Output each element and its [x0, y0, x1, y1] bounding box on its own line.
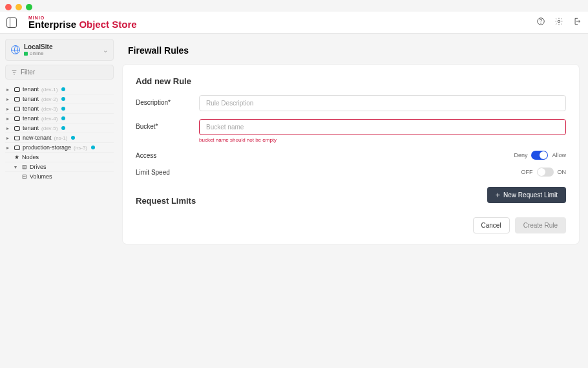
tree-tenant-0[interactable]: ▸tenant(dev-1)	[5, 85, 114, 94]
tree-tenant-1[interactable]: ▸tenant(dev-2)	[5, 94, 114, 104]
create-rule-button[interactable]: Create Rule	[515, 217, 566, 233]
plus-icon: +	[496, 192, 500, 199]
globe-icon	[11, 45, 20, 54]
tree: ▸tenant(dev-1) ▸tenant(dev-2) ▸tenant(de…	[5, 85, 114, 181]
tree-tenant-3[interactable]: ▸tenant(dev-4)	[5, 114, 114, 124]
tree-volumes[interactable]: ⊟Volumes	[5, 172, 114, 181]
access-allow-label: Allow	[552, 152, 566, 158]
topbar: MINIO Enterprise Object Store	[0, 12, 588, 34]
filter-input[interactable]	[21, 69, 108, 76]
limit-toggle[interactable]	[537, 168, 554, 177]
tree-tenant-6[interactable]: ▸production-storage(ns-3)	[5, 143, 114, 153]
main: Firewall Rules Add new Rule Description*…	[123, 39, 579, 244]
access-deny-label: Deny	[514, 152, 527, 158]
tree-tenant-4[interactable]: ▸tenant(dev-5)	[5, 124, 114, 133]
chevron-down-icon: ⌄	[103, 47, 108, 54]
row-description: Description*	[136, 95, 566, 111]
tree-tenant-5[interactable]: ▸new-tenant(ns-1)	[5, 133, 114, 143]
tree-nodes[interactable]: ★Nodes	[5, 153, 114, 162]
star-icon: ★	[14, 154, 19, 160]
brand-big: Enterprise Object Store	[28, 19, 137, 30]
db-icon	[14, 97, 20, 102]
filter-icon	[11, 69, 17, 76]
form-heading: Add new Rule	[136, 76, 566, 86]
bucket-label: Bucket*	[136, 119, 199, 130]
row-bucket: Bucket* bucket name should not be empty	[136, 119, 566, 143]
description-input[interactable]	[199, 95, 566, 111]
drive-icon: ⊟	[22, 164, 27, 170]
db-icon	[14, 87, 20, 92]
page-title: Firewall Rules	[128, 45, 579, 56]
row-access: Access Deny Allow	[136, 151, 566, 160]
gear-icon[interactable]	[554, 17, 563, 28]
sidebar-toggle-icon[interactable]	[6, 17, 17, 28]
site-status: online	[24, 50, 99, 56]
bucket-input[interactable]	[199, 119, 566, 135]
sidebar: LocalSite online ⌄ ▸tenant(dev-1) ▸tenan…	[5, 39, 114, 181]
limit-off-label: OFF	[521, 169, 533, 175]
db-icon	[14, 136, 20, 140]
filter-box[interactable]	[5, 65, 114, 80]
site-selector[interactable]: LocalSite online ⌄	[5, 39, 114, 61]
row-limit: Limit Speed OFF ON	[136, 168, 566, 177]
form-actions: Cancel Create Rule	[136, 217, 566, 233]
db-icon	[14, 107, 20, 111]
limit-label: Limit Speed	[136, 169, 199, 176]
rule-card: Add new Rule Description* Bucket* bucket…	[123, 65, 579, 244]
window-traffic-lights	[5, 4, 32, 10]
help-icon[interactable]	[536, 17, 545, 28]
cancel-button[interactable]: Cancel	[473, 217, 510, 233]
access-label: Access	[136, 152, 199, 159]
volume-icon: ⊟	[22, 173, 27, 180]
svg-point-1	[541, 23, 541, 24]
db-icon	[14, 126, 20, 131]
tree-drives[interactable]: ▾⊟Drives	[5, 162, 114, 172]
row-request-limits: Request Limits + New Request Limit	[136, 184, 566, 206]
description-label: Description*	[136, 95, 199, 106]
svg-point-2	[558, 20, 560, 23]
limit-on-label: ON	[558, 169, 567, 175]
logout-icon[interactable]	[572, 17, 582, 28]
db-icon	[14, 146, 20, 150]
site-name: LocalSite	[24, 43, 99, 50]
db-icon	[14, 116, 20, 121]
access-toggle[interactable]	[531, 151, 548, 160]
tree-tenant-2[interactable]: ▸tenant(dev-3)	[5, 104, 114, 114]
bucket-error: bucket name should not be empty	[199, 137, 566, 143]
new-request-limit-button[interactable]: + New Request Limit	[487, 187, 566, 203]
request-heading: Request Limits	[136, 196, 196, 206]
brand: MINIO Enterprise Object Store	[28, 16, 137, 30]
